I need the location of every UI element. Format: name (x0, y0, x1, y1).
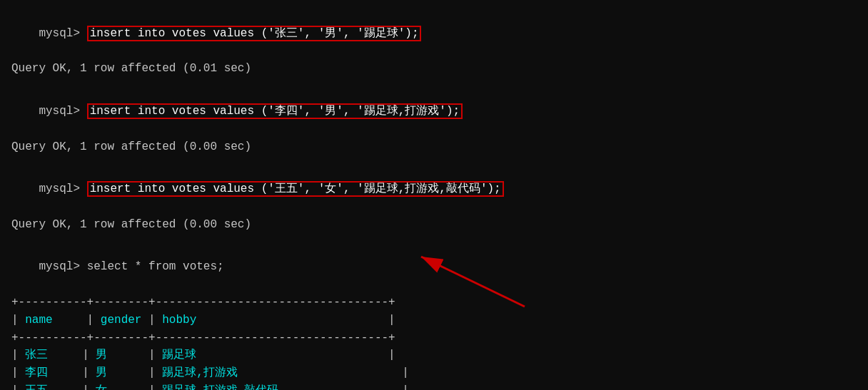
terminal-output: mysql> insert into votes values ('张三', '… (11, 7, 857, 390)
row1-gender: 男 (96, 349, 107, 361)
prompt-1: mysql> (39, 27, 86, 40)
command-line-1: mysql> insert into votes values ('张三', '… (11, 7, 857, 60)
result-line-2: Query OK, 1 row affected (0.00 sec) (11, 138, 857, 156)
row1-name: 张三 (25, 349, 48, 361)
table-row-1: | 张三 | 男 | 踢足球 | (11, 347, 857, 364)
row2-gender: 男 (96, 366, 107, 379)
sql-command-1: insert into votes values ('张三', '男', '踢足… (87, 26, 422, 41)
row2-name: 李四 (25, 366, 48, 379)
command-line-2: mysql> insert into votes values ('李四', '… (11, 85, 857, 138)
row1-hobby: 踢足球 (162, 349, 196, 361)
table-row-3: | 王五 | 女 | 踢足球,打游戏,敲代码 | (11, 382, 857, 390)
row3-name: 王五 (25, 384, 48, 390)
row3-hobby: 踢足球,打游戏,敲代码 (162, 384, 278, 390)
prompt-4: mysql> (39, 260, 86, 273)
select-sql: select * from votes; (87, 260, 224, 273)
prompt-2: mysql> (39, 105, 86, 118)
sql-command-3: insert into votes values ('王五', '女', '踢足… (87, 181, 504, 197)
command-line-3: mysql> insert into votes values ('王五', '… (11, 163, 857, 215)
col-hobby-header: hobby (162, 314, 196, 327)
table-header-row: | name | gender | hobby | (11, 312, 857, 329)
table-row-2: | 李四 | 男 | 踢足球,打游戏 | (11, 364, 857, 382)
table-border-top: +----------+--------+-------------------… (11, 294, 857, 312)
sql-command-2: insert into votes values ('李四', '男', '踢足… (87, 103, 463, 119)
result-line-1: Query OK, 1 row affected (0.01 sec) (11, 60, 857, 78)
col-gender-header: gender (101, 314, 142, 327)
prompt-3: mysql> (39, 183, 86, 195)
table-border-header: +----------+--------+-------------------… (11, 329, 857, 347)
select-command: mysql> select * from votes; (11, 241, 857, 294)
row2-hobby: 踢足球,打游戏 (162, 366, 238, 379)
row3-gender: 女 (96, 384, 107, 390)
result-line-3: Query OK, 1 row affected (0.00 sec) (11, 216, 857, 234)
col-name-header: name (25, 314, 52, 327)
